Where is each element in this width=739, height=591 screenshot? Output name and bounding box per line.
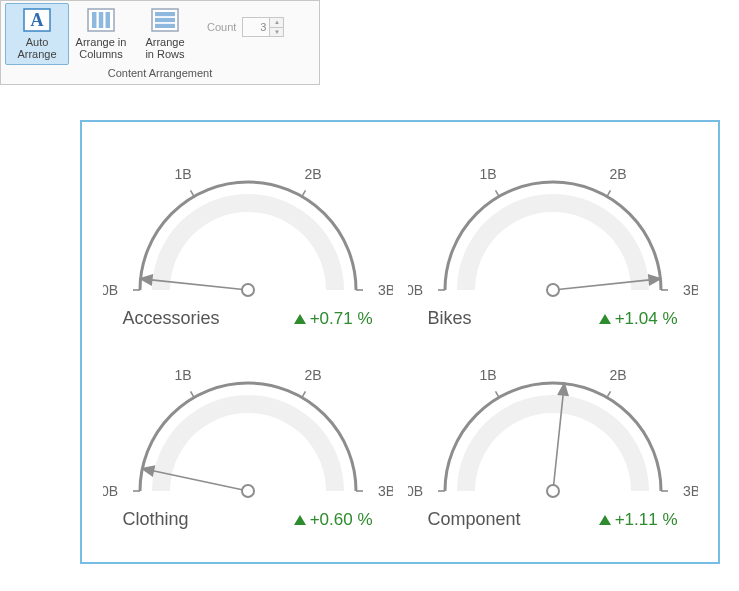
gauge-delta: +1.04 % [599,309,678,329]
gauge-panel: 0B1B2B3B Accessories +0.71 % 0B1B2B3B Bi… [80,120,720,564]
auto-arrange-icon: A [21,6,53,34]
gauge-hub [242,284,254,296]
gauge-bikes: 0B1B2B3B Bikes +1.04 % [405,160,700,341]
gauge-clothing: 0B1B2B3B Clothing +0.60 % [100,361,395,542]
trend-up-icon [294,314,306,324]
svg-line-12 [302,190,306,196]
gauge-tick-label: 0B [103,282,118,298]
count-spinner[interactable]: ▲ ▼ [242,17,284,37]
arrange-in-rows-button[interactable]: Arrange in Rows [133,3,197,65]
svg-rect-4 [99,12,104,28]
gauge-name-label: Clothing [123,509,189,530]
svg-line-23 [495,391,499,397]
gauge-name-label: Accessories [123,308,220,329]
svg-line-19 [190,391,194,397]
gauge-tick-label: 1B [174,367,191,383]
gauge-delta: +1.11 % [599,510,678,530]
ribbon-group-title: Content Arrangement [1,67,319,82]
arrange-in-columns-button[interactable]: Arrange in Columns [69,3,133,65]
svg-line-24 [607,391,611,397]
arrange-in-columns-label: Arrange in Columns [76,36,127,60]
gauge-tick-label: 3B [378,282,393,298]
gauge-tick-label: 1B [174,166,191,182]
gauge-footer: Component +1.11 % [428,509,678,530]
gauge-name-label: Component [428,509,521,530]
auto-arrange-button[interactable]: A Auto Arrange [5,3,69,65]
gauge-hub [547,485,559,497]
svg-rect-7 [155,12,175,16]
gauge-svg: 0B1B2B3B [103,160,393,310]
gauge-tick-label: 0B [103,483,118,499]
svg-rect-9 [155,24,175,28]
gauge-tick-label: 3B [683,282,698,298]
svg-rect-8 [155,18,175,22]
auto-arrange-label: Auto Arrange [8,36,66,60]
columns-icon [85,6,117,34]
gauge-tick-label: 0B [408,483,423,499]
trend-up-icon [294,515,306,525]
count-spin-up[interactable]: ▲ [270,18,283,28]
gauge-hub [547,284,559,296]
gauge-footer: Accessories +0.71 % [123,308,373,329]
gauge-svg: 0B1B2B3B [408,160,698,310]
arrange-in-rows-label: Arrange in Rows [145,36,184,60]
gauge-tick-label: 3B [378,483,393,499]
gauge-tick-label: 1B [479,367,496,383]
svg-text:A: A [31,10,44,30]
gauge-tick-label: 2B [304,367,321,383]
svg-line-15 [495,190,499,196]
gauge-svg: 0B1B2B3B [408,361,698,511]
count-label: Count [207,21,236,33]
gauge-delta: +0.71 % [294,309,373,329]
gauge-hub [242,485,254,497]
svg-rect-5 [106,12,111,28]
gauge-component: 0B1B2B3B Component +1.11 % [405,361,700,542]
gauge-accessories: 0B1B2B3B Accessories +0.71 % [100,160,395,341]
svg-line-20 [302,391,306,397]
count-group: Count ▲ ▼ [207,17,284,37]
gauge-tick-label: 3B [683,483,698,499]
gauge-tick-label: 2B [609,367,626,383]
gauge-footer: Bikes +1.04 % [428,308,678,329]
gauge-tick-label: 1B [479,166,496,182]
svg-line-11 [190,190,194,196]
trend-up-icon [599,314,611,324]
svg-line-16 [607,190,611,196]
ribbon-group-content-arrangement: A Auto Arrange Arrange in Columns [0,0,320,85]
gauge-footer: Clothing +0.60 % [123,509,373,530]
ribbon-button-row: A Auto Arrange Arrange in Columns [1,1,319,67]
gauge-tick-label: 0B [408,282,423,298]
rows-icon [149,6,181,34]
gauge-delta: +0.60 % [294,510,373,530]
count-spin-down[interactable]: ▼ [270,28,283,37]
trend-up-icon [599,515,611,525]
gauge-svg: 0B1B2B3B [103,361,393,511]
svg-rect-3 [92,12,97,28]
count-input [243,18,269,36]
gauge-tick-label: 2B [304,166,321,182]
gauge-tick-label: 2B [609,166,626,182]
gauge-name-label: Bikes [428,308,472,329]
